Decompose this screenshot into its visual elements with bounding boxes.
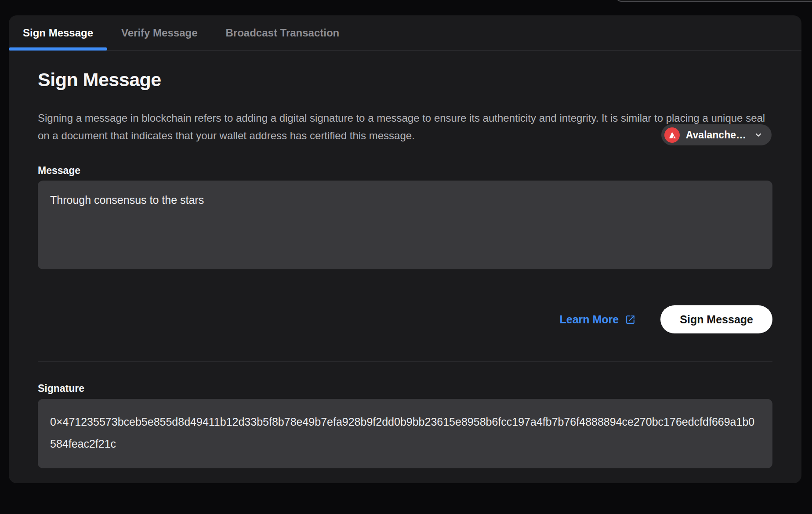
- tab-verify-message[interactable]: Verify Message: [107, 15, 211, 50]
- sign-message-button[interactable]: Sign Message: [660, 305, 772, 333]
- network-selector[interactable]: Avalanche…: [661, 124, 772, 145]
- section-divider: [38, 361, 772, 362]
- external-link-icon: [625, 314, 636, 325]
- avalanche-logo-icon: [664, 127, 680, 143]
- sign-message-card: Sign Message Verify Message Broadcast Tr…: [9, 15, 801, 483]
- network-name: Avalanche…: [686, 129, 746, 141]
- tab-sign-message[interactable]: Sign Message: [9, 15, 107, 50]
- action-row: Learn More Sign Message: [38, 305, 772, 333]
- message-label: Message: [38, 165, 772, 176]
- message-input[interactable]: Through consensus to the stars: [38, 181, 772, 269]
- card-content: Sign Message Avalanche… Signing a messag…: [9, 70, 801, 468]
- signature-label: Signature: [38, 383, 772, 394]
- tab-bar: Sign Message Verify Message Broadcast Tr…: [9, 15, 801, 51]
- learn-more-link[interactable]: Learn More: [560, 313, 636, 326]
- overlay-window-edge: [616, 0, 812, 2]
- tab-broadcast-transaction[interactable]: Broadcast Transaction: [212, 15, 354, 50]
- signature-output[interactable]: 0×471235573bceb5e855d8d49411b12d33b5f8b7…: [38, 399, 772, 468]
- chevron-down-icon: [754, 130, 763, 139]
- learn-more-label: Learn More: [560, 313, 619, 326]
- page-title: Sign Message: [38, 70, 772, 89]
